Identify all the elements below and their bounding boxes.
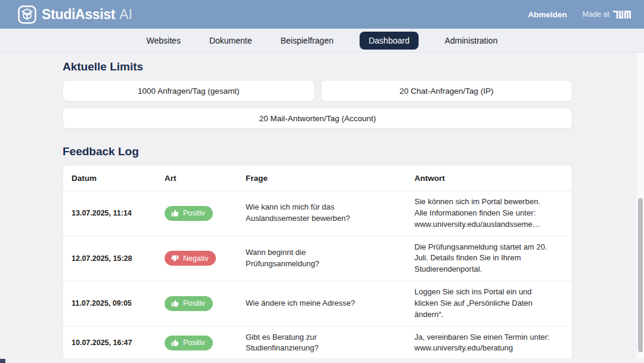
- row-datum: 12.07.2025, 15:28: [72, 254, 165, 263]
- status-badge: Positiv: [165, 206, 213, 221]
- badge-label: Positiv: [183, 299, 205, 307]
- horizontal-scrollbar: [0, 358, 644, 363]
- tum-logo[interactable]: [613, 11, 631, 19]
- table-row: 13.07.2025, 11:14 Positiv Wie kann ich m…: [63, 191, 572, 236]
- app-window: StudiAssist AI Abmelden Made at Websites…: [0, 0, 644, 363]
- tab-administration[interactable]: Administration: [442, 32, 500, 50]
- limits-grid: 1000 Anfragen/Tag (gesamt) 20 Chat-Anfra…: [63, 80, 572, 129]
- status-badge: Positiv: [165, 336, 213, 350]
- status-badge: Negativ: [165, 251, 216, 266]
- limit-card-mail-answers: 20 Mail-Antworten/Tag (Account): [63, 107, 572, 129]
- status-badge: Positiv: [165, 296, 213, 311]
- feedback-table: Datum Art Frage Antwort 13.07.2025, 11:1…: [63, 165, 572, 363]
- thumbs-up-icon: [171, 210, 179, 217]
- brand-suffix: AI: [119, 7, 132, 23]
- thumbs-down-icon: [171, 254, 179, 262]
- tab-websites[interactable]: Websites: [144, 32, 183, 50]
- table-row: 12.07.2025, 15:28 Negativ Wann beginnt d…: [63, 236, 572, 282]
- studiassist-logo-icon: [18, 5, 36, 24]
- made-at-label: Made at: [583, 10, 609, 19]
- column-header-antwort: Antwort: [414, 174, 564, 183]
- row-antwort: Loggen Sie sich ins Portal ein und klick…: [414, 281, 553, 326]
- table-row: 11.07.2025, 09:05 Positiv Wie ändere ich…: [63, 281, 572, 327]
- row-frage: Wie ändere ich meine Adresse?: [246, 293, 368, 315]
- column-header-datum: Datum: [72, 174, 165, 183]
- top-bar: StudiAssist AI Abmelden Made at: [0, 0, 644, 29]
- tab-dokumente[interactable]: Dokumente: [207, 32, 255, 50]
- tab-dashboard[interactable]: Dashboard: [360, 32, 419, 50]
- badge-label: Positiv: [183, 209, 205, 217]
- vertical-scrollbar-thumb[interactable]: [638, 198, 643, 352]
- badge-label: Positiv: [183, 339, 205, 347]
- bottom-left-fragment: [0, 359, 5, 363]
- table-header-row: Datum Art Frage Antwort: [63, 165, 572, 191]
- limits-section-title: Aktuelle Limits: [63, 60, 572, 73]
- column-header-art: Art: [165, 174, 246, 183]
- badge-label: Negativ: [183, 254, 208, 263]
- limit-card-total-requests: 1000 Anfragen/Tag (gesamt): [63, 80, 315, 101]
- row-antwort: Sie können sich im Portal bewerben. Alle…: [414, 191, 553, 236]
- row-datum: 10.07.2025, 16:47: [72, 339, 165, 347]
- logout-button[interactable]: Abmelden: [528, 10, 567, 19]
- row-frage: Gibt es Beratung zur Studienfinanzierung…: [246, 327, 368, 360]
- row-antwort: Die Prüfungsanmeldung startet am 20. Jul…: [414, 236, 553, 281]
- made-at-credit: Made at: [583, 10, 631, 19]
- main-nav: Websites Dokumente Beispielfragen Dashbo…: [0, 29, 644, 53]
- row-antwort: Ja, vereinbaren Sie einen Termin unter: …: [414, 327, 553, 360]
- row-datum: 13.07.2025, 11:14: [72, 209, 165, 217]
- row-frage: Wann beginnt die Prüfungsanmeldung?: [246, 242, 368, 275]
- thumbs-up-icon: [171, 339, 179, 347]
- row-datum: 11.07.2025, 09:05: [72, 299, 165, 307]
- limit-card-chat-requests: 20 Chat-Anfragen/Tag (IP): [321, 80, 573, 101]
- feedback-section-title: Feedback Log: [63, 145, 572, 158]
- column-header-frage: Frage: [246, 174, 414, 183]
- main-content: Aktuelle Limits 1000 Anfragen/Tag (gesam…: [63, 60, 572, 363]
- brand-name: StudiAssist: [42, 7, 115, 23]
- table-row: 10.07.2025, 16:47 Positiv Gibt es Beratu…: [63, 327, 572, 361]
- row-frage: Wie kann ich mich für das Auslandssemest…: [246, 196, 368, 230]
- thumbs-up-icon: [171, 300, 179, 307]
- tab-beispielfragen[interactable]: Beispielfragen: [278, 32, 336, 50]
